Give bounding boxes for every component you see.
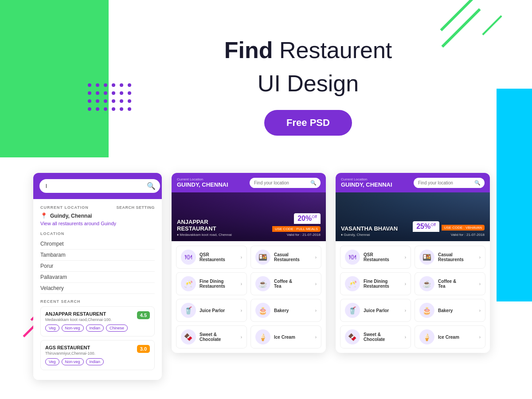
cat-icecream-icon: 🍦: [255, 329, 270, 344]
cat-icecream[interactable]: 🍦 Ice Cream ›: [250, 325, 321, 348]
restaurant-card-anjappar[interactable]: ANJAPPAR RESTAURENT Medavakkam koot raod…: [40, 306, 155, 336]
screen3-offer: 25%Off USE CODE : VBHAVAN Valid for : 21…: [413, 221, 485, 237]
cat-sweet-icon: 🍫: [181, 329, 196, 344]
anjappar-address: Medavakkam koot raod,Chennai-100.: [45, 317, 112, 322]
tag-indian2: Indian: [86, 358, 104, 365]
s3-cat-coffee-icon: ☕: [419, 276, 434, 291]
s3-cat-casual-arrow: ›: [479, 255, 481, 260]
cat-fine-dining-label: Fine DiningRestaurents: [200, 279, 241, 289]
s3-cat-casual[interactable]: 🍱 CasualRestaurents ›: [415, 246, 485, 269]
screen2-header: Current Location GUINDY, CHENNAI 🔍: [172, 173, 326, 192]
s3-cat-bakery-arrow: ›: [479, 308, 481, 313]
screen2-categories: 🍽 QSRRestaurents › 🍱 CasualRestaurents ›…: [172, 241, 326, 353]
cat-coffee-arrow: ›: [315, 282, 317, 286]
s3-cat-coffee-label: Coffee &Tea: [438, 279, 479, 289]
cat-coffee-label: Coffee &Tea: [274, 279, 315, 289]
s3-cat-coffee[interactable]: ☕ Coffee &Tea ›: [415, 272, 485, 295]
cat-juice-icon: 🥤: [181, 303, 196, 318]
screen3-search-box[interactable]: 🔍: [414, 178, 485, 188]
screen2-valid: Valid for : 21-07-2018: [246, 233, 321, 237]
s3-cat-icecream-icon: 🍦: [419, 329, 434, 344]
location-chrompet[interactable]: Chrompet: [40, 239, 155, 250]
location-pallavaram[interactable]: Pallavaram: [40, 272, 155, 283]
cat-bakery-icon: 🎂: [255, 303, 270, 318]
title-bold-part: Find: [224, 37, 273, 63]
s3-cat-casual-label: CasualRestaurents: [438, 252, 479, 262]
cat-bakery-arrow: ›: [315, 308, 317, 313]
deco-cyan-rectangle: [497, 89, 532, 301]
cat-sweet[interactable]: 🍫 Sweet &Chocolate ›: [176, 325, 247, 348]
screen3-banner: VASANTHA BHAVAN ♦ Guindy, Chennai 25%Off…: [336, 192, 490, 241]
tag-non-veg2: Non-veg: [62, 358, 84, 365]
cat-qsr-arrow: ›: [241, 255, 242, 260]
tag-non-veg: Non-veg: [62, 325, 84, 332]
s3-cat-fine-dining[interactable]: 🥂 Fine DiningRestaurents ›: [340, 272, 411, 295]
s3-cat-coffee-arrow: ›: [479, 282, 481, 286]
cat-coffee-icon: ☕: [255, 276, 270, 291]
anjappar-tags: Veg Non-veg Indian Chinese: [45, 325, 150, 332]
title-normal-part: Restaurent: [273, 37, 392, 63]
cat-fine-dining-icon: 🥂: [181, 276, 196, 291]
location-tambaram[interactable]: Tambaram: [40, 250, 155, 261]
s3-cat-fine-dining-icon: 🥂: [345, 276, 360, 291]
deco-green-line-3: [482, 15, 502, 35]
location-porur[interactable]: Porur: [40, 261, 155, 272]
screen2-search-input[interactable]: [254, 180, 310, 185]
cat-bakery[interactable]: 🎂 Bakery ›: [250, 299, 321, 322]
s3-cat-juice-icon: 🥤: [345, 303, 360, 318]
screen3-search-icon: 🔍: [474, 180, 481, 186]
s3-cat-juice[interactable]: 🥤 Juice Parlor ›: [340, 299, 411, 322]
restaurant-card-ags[interactable]: AGS RESTAURENT Thiruvanmiyur,Chennai-100…: [40, 340, 155, 370]
cat-juice-arrow: ›: [241, 308, 242, 313]
s3-cat-icecream[interactable]: 🍦 Ice Cream ›: [415, 325, 485, 348]
screen2-restaurant-name: ANJAPPAR RESTAURANT: [177, 219, 246, 232]
location-velachery[interactable]: Velachery: [40, 283, 155, 294]
s3-cat-casual-icon: 🍱: [419, 250, 434, 265]
screen1-search-input[interactable]: [39, 179, 160, 193]
screen2-banner-content: ANJAPPAR RESTAURANT ♦ Medavakkam koot ro…: [177, 213, 321, 237]
s3-cat-bakery[interactable]: 🎂 Bakery ›: [415, 299, 485, 322]
s3-cat-sweet-label: Sweet &Chocolate: [364, 332, 405, 342]
cat-coffee[interactable]: ☕ Coffee &Tea ›: [250, 272, 321, 295]
s3-cat-qsr-label: QSRRestaurents: [364, 252, 405, 262]
screen3-search-input[interactable]: [418, 180, 474, 185]
view-all-link[interactable]: View all restaurents around Guindy: [40, 221, 155, 226]
s3-cat-fine-dining-label: Fine DiningRestaurents: [364, 279, 405, 289]
ags-rating: 3.0: [137, 345, 150, 353]
screen-1-search: 🔍 CURRENT LOCATION SEARCH SETTING 📍 Guin…: [33, 173, 162, 380]
screens-container: 🔍 CURRENT LOCATION SEARCH SETTING 📍 Guin…: [33, 173, 490, 380]
tag-chinese: Chinese: [106, 325, 128, 332]
s3-cat-juice-label: Juice Parlor: [364, 308, 405, 313]
cat-juice[interactable]: 🥤 Juice Parlor ›: [176, 299, 247, 322]
search-setting-label: SEARCH SETTING: [116, 205, 155, 210]
screen-2-main: Current Location GUINDY, CHENNAI 🔍 ANJAP…: [172, 173, 326, 353]
cat-qsr[interactable]: 🍽 QSRRestaurents ›: [176, 246, 247, 269]
cat-casual-label: CasualRestaurents: [274, 252, 315, 262]
s3-cat-qsr[interactable]: 🍽 QSRRestaurents ›: [340, 246, 411, 269]
recent-search-section: RECENT SEARCH ANJAPPAR RESTAURENT Medava…: [40, 299, 155, 370]
s3-cat-sweet[interactable]: 🍫 Sweet &Chocolate ›: [340, 325, 411, 348]
cat-fine-dining-arrow: ›: [241, 282, 242, 286]
screen3-discount: 25%Off: [413, 221, 439, 232]
screen1-body: CURRENT LOCATION SEARCH SETTING 📍 Guindy…: [33, 199, 162, 380]
cat-qsr-icon: 🍽: [181, 250, 196, 265]
screen1-search-button[interactable]: 🔍: [147, 182, 156, 190]
cat-casual[interactable]: 🍱 CasualRestaurents ›: [250, 246, 321, 269]
page-title: Find Restaurent: [164, 35, 452, 66]
screen2-restaurant-addr: ♦ Medavakkam koot road, Chennai: [177, 233, 246, 237]
screen3-valid: Valid for : 21-07-2018: [413, 233, 485, 237]
free-psd-button[interactable]: Free PSD: [264, 110, 352, 136]
cat-fine-dining[interactable]: 🥂 Fine DiningRestaurents ›: [176, 272, 247, 295]
cat-juice-label: Juice Parlor: [200, 308, 241, 313]
screen3-restaurant-addr: ♦ Guindy, Chennai: [341, 233, 398, 237]
s3-cat-qsr-arrow: ›: [405, 255, 406, 260]
cat-casual-icon: 🍱: [255, 250, 270, 265]
screen3-header: Current Location GUINDY, CHENNAI 🔍: [336, 173, 490, 192]
cat-icecream-arrow: ›: [315, 335, 317, 340]
screen2-search-box[interactable]: 🔍: [250, 178, 321, 188]
screen2-loc-label: Current Location: [177, 177, 228, 181]
screen3-restaurant-name: VASANTHA BHAVAN: [341, 225, 398, 232]
screen3-code: USE CODE : VBHAVAN: [442, 225, 485, 231]
screen2-banner: ANJAPPAR RESTAURANT ♦ Medavakkam koot ro…: [172, 192, 326, 241]
screen2-loc-name: GUINDY, CHENNAI: [177, 181, 228, 188]
